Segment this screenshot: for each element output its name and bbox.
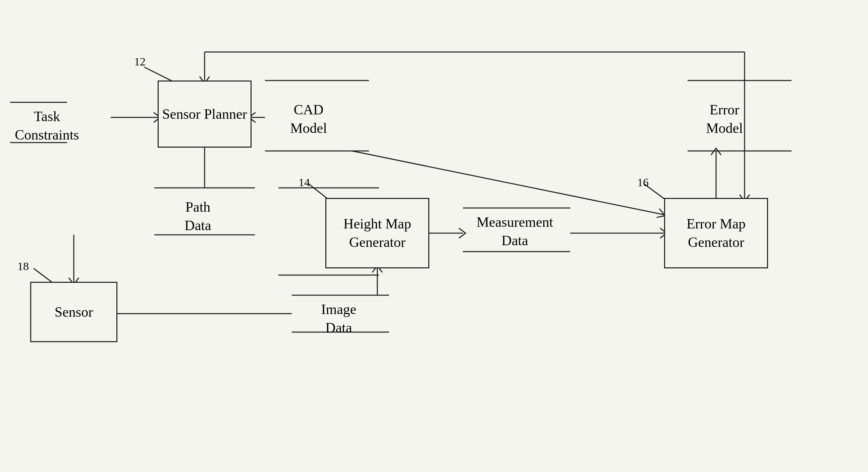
- height-map-gen-box: Height MapGenerator: [326, 198, 429, 268]
- height-map-gen-label: Height MapGenerator: [343, 215, 411, 251]
- task-constraints-label: TaskConstraints: [10, 107, 84, 144]
- error-map-gen-box: Error MapGenerator: [664, 198, 768, 268]
- cad-model-label: CADModel: [275, 101, 342, 137]
- sensor-planner-box: Sensor Planner: [158, 81, 252, 148]
- sensor-planner-label: Sensor Planner: [162, 105, 247, 123]
- error-map-gen-label: Error MapGenerator: [687, 215, 746, 251]
- path-data-label: PathData: [164, 198, 231, 235]
- svg-line-18: [309, 184, 329, 200]
- sensor-label: Sensor: [55, 303, 93, 321]
- svg-line-14: [34, 268, 54, 284]
- diagram: Sensor Planner Height MapGenerator Error…: [0, 0, 868, 472]
- error-model-label: ErrorModel: [691, 101, 758, 137]
- image-data-label: ImageData: [305, 300, 372, 337]
- ref-num-18: 18: [18, 260, 29, 273]
- ref-num-12: 12: [134, 55, 146, 68]
- ref-num-14: 14: [299, 176, 310, 189]
- ref-num-16: 16: [637, 176, 649, 189]
- measurement-data-label: MeasurementData: [466, 213, 563, 249]
- sensor-box: Sensor: [30, 282, 117, 342]
